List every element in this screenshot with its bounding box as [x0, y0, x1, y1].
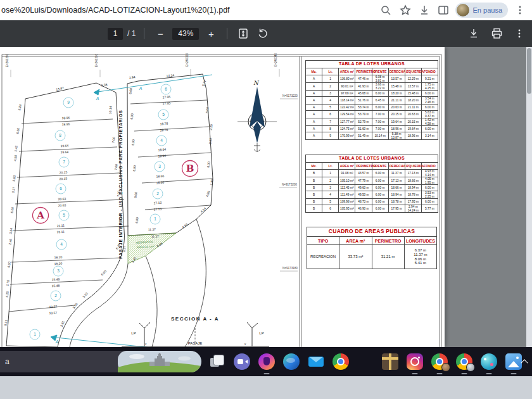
- dimension-label: 2.25: [209, 124, 213, 130]
- dimension-label: 7.00: [117, 191, 121, 197]
- dimension-label: 18.20: [54, 255, 62, 260]
- taskbar-icon-task-view[interactable]: [209, 353, 225, 370]
- taskbar-icon-paint[interactable]: [481, 353, 497, 370]
- edge-icon: [283, 353, 300, 370]
- taskbar-icon-firefox-focus[interactable]: [258, 353, 275, 370]
- profile-chip[interactable]: En pausa: [455, 3, 508, 18]
- fit-page-icon[interactable]: [236, 26, 251, 41]
- print-icon[interactable]: [489, 26, 504, 41]
- dimension-label: 6.00: [206, 162, 211, 168]
- running-indicator: [437, 373, 443, 375]
- taskbar-icon-gift[interactable]: [382, 353, 398, 370]
- zoom-search-icon[interactable]: [378, 2, 395, 18]
- dimension-label: 5.63: [11, 175, 16, 182]
- dimension-label: 19.64: [60, 150, 68, 155]
- table-row: A7127.77 m²52.79 m7.00 m19.64 m20.15 m1.…: [306, 118, 438, 126]
- taskbar-search-input[interactable]: a: [0, 351, 201, 372]
- table-row: B6105.95 m²46.90 m6.00 m17.95 m2.94 m 14…: [306, 205, 438, 213]
- dimension-label: 6.00: [132, 165, 137, 172]
- table-row: B4111.49 m²49.50 m6.00 m18.94 m18.78 m3.…: [306, 191, 438, 199]
- pdf-menu-dots-icon[interactable]: [512, 26, 527, 41]
- table-row: A9170.99 m²51.49 m10.14 m5.38 m 13.87 m1…: [306, 132, 438, 140]
- toolbar-separator: [144, 28, 144, 39]
- tray-chevron-up-icon[interactable]: [521, 359, 528, 366]
- dimension-label: 6.37: [122, 246, 126, 252]
- dimension-label: 3.53: [208, 138, 213, 144]
- lot-number: 5: [162, 112, 165, 117]
- section-a-a: SECCION A - A LP LP PASAJE v v: [122, 316, 269, 346]
- dimension-label: 18.78: [160, 122, 168, 126]
- taskbar-icon-photos[interactable]: [505, 353, 522, 370]
- dimension-label: 3.66: [72, 302, 79, 310]
- column-header: FRENTE: [372, 163, 388, 170]
- taskbar-icon-mail[interactable]: [308, 353, 324, 370]
- section-title: SECCION A - A: [171, 316, 219, 322]
- page-number-input[interactable]: 1: [108, 28, 123, 40]
- scrollbar[interactable]: [526, 47, 532, 347]
- browser-menu-dots-icon[interactable]: [512, 2, 528, 18]
- column-header: FONDO: [421, 163, 438, 170]
- weather-widget-image: [118, 351, 201, 372]
- bookmark-star-icon[interactable]: [397, 2, 414, 18]
- dimension-label: 4.05: [205, 191, 211, 198]
- url-text[interactable]: ose%20Luis/Downloads/ACAD-LOTIZACION-Lay…: [1, 6, 377, 15]
- zoom-in-button[interactable]: +: [203, 26, 218, 41]
- zoom-out-button[interactable]: −: [153, 26, 168, 41]
- lot-number: 6: [60, 186, 62, 191]
- scrollbar-thumb[interactable]: [527, 48, 531, 94]
- lot-number: 4: [160, 138, 163, 142]
- download-icon[interactable]: [416, 2, 433, 18]
- dimension-label: 3.22: [82, 291, 89, 298]
- table-row: B2105.10 m²47.79 m6.00 m17.13 m18.66 m4.…: [306, 177, 438, 185]
- rotate-icon[interactable]: [255, 26, 270, 41]
- taskbar-icon-chrome-profile-1[interactable]: [431, 353, 448, 370]
- profile-status-label: En pausa: [473, 6, 502, 14]
- taskbar-icon-file-explorer[interactable]: [357, 353, 374, 370]
- table-row: A6129.54 m²53.79 m7.00 m20.15 m20.63 m5.…: [306, 111, 438, 118]
- taskbar-icon-chrome-profile-2[interactable]: [456, 353, 472, 370]
- table-areas-publicas: CUADRO DE AREAS PUBLICASTIPOAREA m²PERIM…: [307, 227, 437, 269]
- column-header: Lt.: [322, 68, 339, 75]
- section-letter-a: A: [96, 96, 99, 101]
- dimension-label: 18.94: [158, 154, 166, 158]
- pdf-download-icon[interactable]: [466, 26, 481, 41]
- dimension-label: 6.00: [10, 206, 15, 213]
- column-header: Mz.: [306, 68, 322, 75]
- dimension-label: 4.58: [13, 155, 18, 162]
- table-title: TABLA DE LOTES URBANOS: [306, 61, 438, 68]
- section-letter-a: A: [139, 86, 142, 91]
- taskbar-icon-chrome[interactable]: [332, 353, 349, 370]
- pasaje-section-label: PASAJE: [188, 341, 203, 345]
- column-header: Lt.: [322, 163, 339, 170]
- gift-icon: [382, 353, 398, 370]
- dimension-label: 6.00: [129, 88, 133, 94]
- dimension-label: 1.42: [13, 145, 18, 152]
- lot-number: 2: [156, 191, 159, 196]
- chat-icon: [234, 353, 250, 370]
- dimension-label: 21.11: [57, 230, 65, 234]
- taskbar-icon-chat[interactable]: [234, 353, 250, 370]
- zoom-level-input[interactable]: 43%: [172, 28, 199, 40]
- side-panel-icon[interactable]: [435, 2, 452, 18]
- running-indicator: [486, 373, 492, 375]
- dimension-label: 18.78: [160, 128, 168, 132]
- dimension-label: 0.37: [11, 186, 16, 193]
- dimension-label: 20.63: [58, 197, 66, 201]
- dimension-label: 21.11: [57, 224, 65, 228]
- dimension-label: 6.00: [205, 107, 210, 113]
- taskbar-icon-instagram[interactable]: [407, 353, 423, 370]
- task-view-icon: [209, 353, 225, 370]
- table-row: A8124.75 m²51.60 m7.00 m18.96 m19.64 m6.…: [306, 126, 438, 132]
- taskbar-icon-edge[interactable]: [283, 353, 300, 370]
- desktop-strip: [0, 376, 532, 399]
- dimension-label: 6.00: [130, 113, 134, 120]
- pdf-toolbar: 1 / 1 − 43% +: [0, 20, 532, 47]
- lot-number-circles: 987654321654321: [30, 84, 171, 339]
- column-header: Mz.: [306, 163, 322, 170]
- block-a-lot-lines: [9, 119, 129, 312]
- dimension-label: 6.00: [100, 269, 107, 276]
- table-row: A1136.80 m²47.46 m6.08 m 3.81 m13.57 m12…: [306, 75, 438, 83]
- table-row: B191.08 m²43.57 m6.00 m11.37 m17.13 m4.9…: [306, 170, 438, 177]
- page-total-label: / 1: [127, 29, 136, 38]
- easting-label: E=240320: [186, 53, 189, 66]
